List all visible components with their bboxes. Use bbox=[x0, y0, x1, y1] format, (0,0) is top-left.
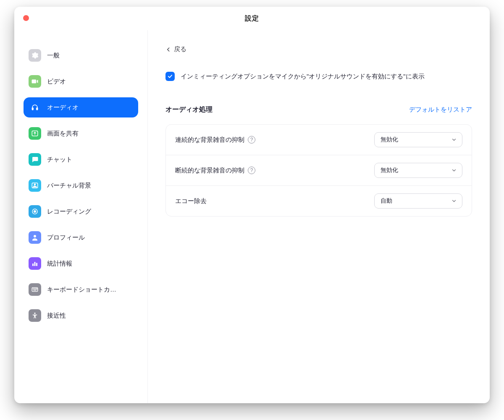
svg-point-14 bbox=[36, 289, 36, 289]
svg-point-15 bbox=[37, 289, 37, 289]
svg-point-12 bbox=[33, 289, 34, 289]
chevron-left-icon bbox=[165, 47, 171, 52]
gear-icon bbox=[29, 49, 41, 62]
svg-rect-0 bbox=[32, 108, 33, 110]
sidebar-item-stats[interactable]: 統計情報 bbox=[24, 253, 138, 274]
help-icon[interactable]: ? bbox=[248, 136, 255, 143]
sidebar-item-image[interactable]: バーチャル背景 bbox=[24, 175, 138, 196]
back-button[interactable]: 戻る bbox=[165, 45, 186, 53]
sidebar-item-video[interactable]: ビデオ bbox=[24, 71, 138, 91]
setting-row-label: 断続的な背景雑音の抑制? bbox=[175, 167, 255, 175]
svg-rect-1 bbox=[37, 108, 38, 110]
user-icon bbox=[29, 231, 41, 244]
keyboard-icon bbox=[29, 283, 41, 296]
svg-point-4 bbox=[34, 184, 36, 185]
sidebar-item-label: チャット bbox=[47, 156, 72, 164]
sidebar-item-gear[interactable]: 一般 bbox=[24, 45, 138, 65]
sidebar-item-label: バーチャル背景 bbox=[47, 182, 91, 190]
audio-processing-panel: 連続的な背景雑音の抑制?無効化断続的な背景雑音の抑制?無効化エコー除去自動 bbox=[165, 124, 472, 217]
section-title: オーディオ処理 bbox=[165, 105, 213, 114]
sidebar-item-label: 画面を共有 bbox=[47, 130, 79, 138]
sidebar-item-label: オーディオ bbox=[47, 104, 79, 112]
chevron-down-icon bbox=[451, 137, 457, 143]
setting-select[interactable]: 無効化 bbox=[374, 163, 462, 178]
sidebar-item-share[interactable]: 画面を共有 bbox=[24, 123, 138, 143]
sidebar-item-label: レコーディング bbox=[47, 208, 91, 216]
setting-row: エコー除去自動 bbox=[166, 185, 472, 216]
chat-icon bbox=[29, 153, 41, 166]
sidebar-item-chat[interactable]: チャット bbox=[24, 149, 138, 170]
sidebar-item-headphones[interactable]: オーディオ bbox=[24, 97, 138, 117]
stats-icon bbox=[29, 257, 41, 270]
setting-row: 断続的な背景雑音の抑制?無効化 bbox=[166, 155, 472, 185]
image-icon bbox=[29, 179, 41, 192]
svg-point-6 bbox=[34, 211, 36, 213]
headphones-icon bbox=[29, 101, 41, 114]
svg-point-13 bbox=[34, 289, 35, 289]
chevron-down-icon bbox=[451, 167, 457, 173]
svg-rect-11 bbox=[32, 288, 38, 292]
svg-point-7 bbox=[34, 235, 36, 237]
sidebar-item-keyboard[interactable]: キーボードショートカ… bbox=[24, 279, 138, 300]
svg-point-17 bbox=[34, 313, 35, 314]
sidebar-item-label: ビデオ bbox=[47, 78, 66, 86]
svg-rect-10 bbox=[36, 263, 37, 266]
sidebar-item-label: キーボードショートカ… bbox=[47, 286, 116, 294]
sidebar-item-label: 接近性 bbox=[47, 312, 66, 320]
sidebar-item-label: 統計情報 bbox=[47, 260, 72, 268]
sidebar-item-accessibility[interactable]: 接近性 bbox=[24, 305, 138, 326]
sidebar: 一般ビデオオーディオ画面を共有チャットバーチャル背景レコーディングプロフィール統… bbox=[14, 30, 148, 403]
original-sound-option: インミィーティングオプションをマイクから"オリジナルサウンドを有効にする"に表示 bbox=[165, 72, 472, 81]
chevron-down-icon bbox=[451, 198, 457, 204]
restore-defaults-link[interactable]: デフォルトをリストア bbox=[409, 106, 472, 114]
setting-row-label: 連続的な背景雑音の抑制? bbox=[175, 136, 255, 144]
original-sound-label: インミィーティングオプションをマイクから"オリジナルサウンドを有効にする"に表示 bbox=[181, 73, 425, 81]
select-value: 無効化 bbox=[381, 136, 398, 143]
svg-rect-8 bbox=[32, 263, 34, 266]
content-pane: 戻る インミィーティングオプションをマイクから"オリジナルサウンドを有効にする"… bbox=[148, 30, 490, 403]
video-icon bbox=[29, 75, 41, 88]
sidebar-item-record[interactable]: レコーディング bbox=[24, 201, 138, 222]
help-icon[interactable]: ? bbox=[248, 167, 255, 174]
settings-window: 設定 一般ビデオオーディオ画面を共有チャットバーチャル背景レコーディングプロフィ… bbox=[14, 7, 490, 403]
original-sound-checkbox[interactable] bbox=[165, 72, 175, 81]
accessibility-icon bbox=[29, 309, 41, 322]
select-value: 無効化 bbox=[381, 167, 398, 174]
sidebar-item-user[interactable]: プロフィール bbox=[24, 227, 138, 248]
titlebar: 設定 bbox=[14, 7, 490, 30]
setting-select[interactable]: 自動 bbox=[374, 193, 462, 209]
svg-rect-9 bbox=[34, 262, 36, 266]
close-icon[interactable] bbox=[23, 15, 29, 21]
sidebar-item-label: プロフィール bbox=[47, 234, 85, 242]
sidebar-item-label: 一般 bbox=[47, 52, 60, 60]
select-value: 自動 bbox=[381, 197, 392, 205]
back-label: 戻る bbox=[174, 45, 186, 53]
window-title: 設定 bbox=[245, 14, 259, 23]
share-icon bbox=[29, 127, 41, 140]
setting-row: 連続的な背景雑音の抑制?無効化 bbox=[166, 125, 472, 155]
setting-row-label: エコー除去 bbox=[175, 197, 207, 205]
record-icon bbox=[29, 205, 41, 218]
setting-select[interactable]: 無効化 bbox=[374, 132, 462, 147]
